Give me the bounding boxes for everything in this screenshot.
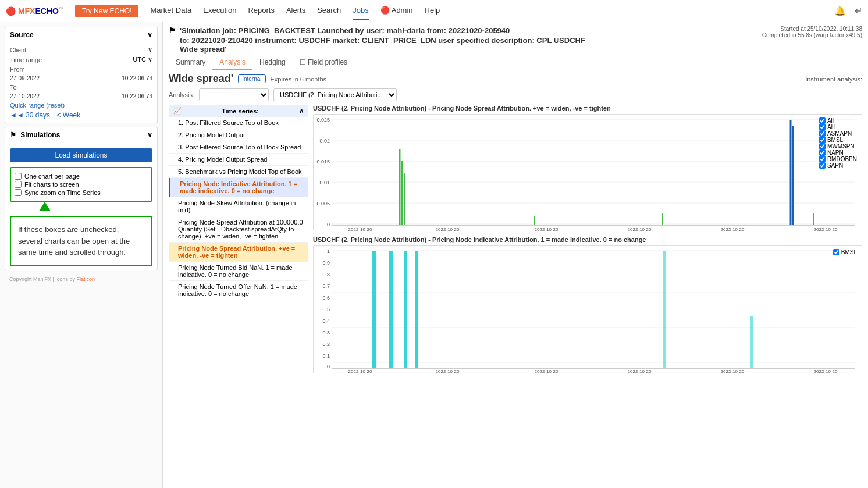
legend-asmapn[interactable]: ASMAPN <box>819 130 857 137</box>
week-button[interactable]: < Week <box>56 111 80 119</box>
ts-item-8[interactable]: Pricing Node Spread Attribution at 10000… <box>169 216 308 243</box>
tab-summary[interactable]: Summary <box>169 56 212 70</box>
legend-bmsl[interactable]: BMSL <box>819 137 857 143</box>
from-date-row: 27-09-2022 10:22:06.73 <box>10 75 152 81</box>
fit-charts-label: Fit charts to screen <box>24 181 79 188</box>
job-title-line3: Wide spread' <box>180 45 226 54</box>
svg-text:2022-10-20: 2022-10-20 <box>628 369 652 374</box>
simulations-content: Load simulations One chart per page Fit … <box>5 143 157 270</box>
svg-text:2022-10-20: 2022-10-20 <box>535 369 558 374</box>
svg-text:0.3: 0.3 <box>322 330 330 336</box>
legend2-bmsl[interactable]: BMSL <box>833 249 857 255</box>
analysis-dropdown[interactable] <box>199 88 269 101</box>
user-icon[interactable]: ↵ <box>855 5 862 16</box>
tab-analysis[interactable]: Analysis <box>212 56 252 70</box>
svg-text:2022-10-20: 2022-10-20 <box>348 227 372 231</box>
ts-item-5[interactable]: 5. Benchmark vs Pricing Model Top of Boo… <box>169 166 308 178</box>
ts-item-3[interactable]: 3. Post Filtered Source Top of Book Spre… <box>169 141 308 154</box>
svg-text:0.005: 0.005 <box>316 201 330 206</box>
logo: 🔴 MFX ECHO™ <box>6 6 63 16</box>
fit-charts-checkbox[interactable] <box>15 181 22 188</box>
chart2-block: USDCHF (2. Pricing Node Attribution) - P… <box>313 236 862 373</box>
quick-range[interactable]: Quick range (reset) <box>10 102 152 109</box>
logo-icon: 🔴 MFX <box>6 6 35 16</box>
from-date[interactable]: 27-09-2022 <box>10 75 40 81</box>
one-chart-row: One chart per page <box>15 173 148 180</box>
source-collapse-icon[interactable]: ∨ <box>147 31 152 39</box>
chart1-block: USDCHF (2. Pricing Node Attribution) - P… <box>313 105 862 230</box>
client-dropdown-icon[interactable]: ∨ <box>148 46 152 54</box>
from-time[interactable]: 10:22:06.73 <box>122 75 152 81</box>
time-series-header[interactable]: 📈 Time series: ∧ <box>169 105 308 117</box>
to-date[interactable]: 27-10-2022 <box>10 93 40 99</box>
job-header: ⚑ 'Simulation job: PRICING_BACKTEST Laun… <box>169 26 862 54</box>
notification-icon[interactable]: 🔔 <box>834 5 846 16</box>
instrument-analysis-label: Instrument analysis: <box>805 76 862 83</box>
chart2-header: USDCHF (2. Pricing Node Attribution) - P… <box>313 236 862 243</box>
ts-item-11[interactable]: Pricing Node Turned Offer NaN. 1 = made … <box>169 281 308 300</box>
svg-rect-53 <box>663 251 666 368</box>
chart1-area: 0.025 0.02 0.015 0.01 0.005 0 <box>313 114 862 230</box>
time-range-row: Time range UTC ∨ <box>10 56 152 63</box>
source-label: Source <box>10 31 34 39</box>
svg-text:0.2: 0.2 <box>322 341 330 347</box>
svg-text:0.02: 0.02 <box>319 138 330 144</box>
one-chart-checkbox[interactable] <box>15 173 22 180</box>
try-new-button[interactable]: Try New ECHO! <box>75 5 139 17</box>
nav-reports[interactable]: Reports <box>248 1 275 20</box>
legend-sapn[interactable]: SAPN <box>819 162 857 169</box>
legend-napn[interactable]: NAPN <box>819 149 857 156</box>
job-title-line1: 'Simulation job: PRICING_BACKTEST Launch… <box>180 26 510 35</box>
tooltip-box: If these boxes are unchecked, several ch… <box>10 216 152 266</box>
nav-alerts[interactable]: Alerts <box>286 1 305 20</box>
svg-text:0: 0 <box>327 222 330 227</box>
simulations-header[interactable]: ⚑ Simulations ∨ <box>5 127 157 143</box>
instrument-dropdown[interactable]: USDCHF (2. Pricing Node Attributi... <box>273 88 397 101</box>
ts-item-4[interactable]: 4. Pricing Model Output Spread <box>169 154 308 166</box>
legend-mwmspn[interactable]: MWMSPN <box>819 143 857 149</box>
legend-all2[interactable]: ALL <box>819 124 857 130</box>
utc-selector[interactable]: UTC ∨ <box>133 56 152 63</box>
ts-item-10[interactable]: Pricing Node Turned Bid NaN. 1 = made in… <box>169 262 308 281</box>
legend-all[interactable]: All <box>819 117 857 124</box>
svg-text:0.025: 0.025 <box>316 117 330 123</box>
nav-jobs[interactable]: Jobs <box>353 1 368 20</box>
ts-item-9[interactable]: Pricing Node Spread Attribution. +ve = w… <box>169 243 308 262</box>
nav-execution[interactable]: Execution <box>203 1 236 20</box>
legend-rmdobpn[interactable]: RMDOBPN <box>819 156 857 162</box>
nav-right: 🔔 ↵ <box>834 5 862 16</box>
tab-field-profiles[interactable]: ☐ Field profiles <box>293 56 354 70</box>
sim-collapse-icon[interactable]: ∨ <box>147 131 152 139</box>
chart2-legend: BMSL <box>833 249 857 255</box>
admin-icon: 🔴 <box>380 6 390 15</box>
svg-rect-50 <box>389 251 393 368</box>
source-section: Source ∨ Client: ∨ Time range UTC ∨ From… <box>5 27 158 123</box>
svg-text:1: 1 <box>327 248 330 254</box>
charts-container: 📈 Time series: ∧ 1. Post Filtered Source… <box>169 105 862 379</box>
nav-search[interactable]: Search <box>317 1 341 20</box>
ts-item-2[interactable]: 2. Pricing Model Output <box>169 129 308 141</box>
tab-hedging[interactable]: Hedging <box>252 56 293 70</box>
tabs-row: Summary Analysis Hedging ☐ Field profile… <box>169 56 862 70</box>
nav-admin[interactable]: 🔴 Admin <box>380 1 413 20</box>
job-title-row: ⚑ 'Simulation job: PRICING_BACKTEST Laun… <box>169 26 762 54</box>
ts-item-6[interactable]: Pricing Node Indicative Attribution. 1 =… <box>169 178 308 197</box>
to-time[interactable]: 10:22:06.73 <box>122 93 152 99</box>
svg-rect-54 <box>750 316 753 368</box>
job-meta: Started at 25/10/2022, 10:11:38 Complete… <box>762 26 862 38</box>
fit-charts-row: Fit charts to screen <box>15 181 148 188</box>
to-row: To <box>10 84 152 91</box>
ts-item-7[interactable]: Pricing Node Skew Attribution. (change i… <box>169 197 308 216</box>
svg-text:2022-10-20: 2022-10-20 <box>814 369 838 374</box>
ts-collapse-icon[interactable]: ∧ <box>299 107 304 115</box>
tooltip-arrow <box>39 202 51 211</box>
svg-text:2022-10-20: 2022-10-20 <box>721 227 745 231</box>
load-simulations-button[interactable]: Load simulations <box>10 148 152 162</box>
30days-button[interactable]: ◄◄ 30 days <box>10 111 50 119</box>
source-header[interactable]: Source ∨ <box>5 27 157 42</box>
ts-item-1[interactable]: 1. Post Filtered Source Top of Book <box>169 117 308 129</box>
sync-zoom-checkbox[interactable] <box>15 189 22 196</box>
nav-market-data[interactable]: Market Data <box>150 1 191 20</box>
nav-help[interactable]: Help <box>425 1 440 20</box>
sync-zoom-row: Sync zoom on Time Series <box>15 189 148 196</box>
